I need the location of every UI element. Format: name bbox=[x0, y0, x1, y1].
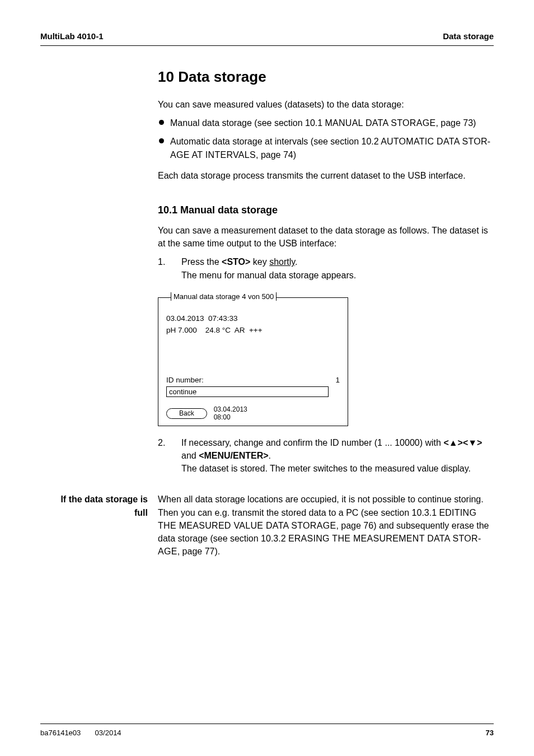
header-right: Data storage bbox=[443, 31, 494, 41]
device-footer-date: 03.04.2013 bbox=[214, 405, 247, 413]
bullet-1-pre: Manual data storage (see section 10.1 M bbox=[170, 118, 332, 128]
step-2: 2. If necessary, change and confirm the … bbox=[158, 436, 494, 475]
header-left: MultiLab 4010-1 bbox=[40, 31, 104, 41]
header-rule bbox=[40, 45, 494, 46]
side-note-label-l1: If the data storage is bbox=[60, 494, 148, 504]
intro-text: You can save measured values (datasets) … bbox=[158, 98, 494, 111]
step-1-text-a: Press the bbox=[181, 257, 222, 267]
device-back-button: Back bbox=[166, 408, 207, 419]
step-2-number: 2. bbox=[158, 436, 181, 475]
step-1-text-e: . bbox=[295, 257, 297, 267]
device-screen: Manual data storage 4 von 500 03.04.2013… bbox=[158, 297, 348, 426]
bullet-list: Manual data storage (see section 10.1 MA… bbox=[158, 116, 494, 161]
side-note-body: When all data storage locations are occu… bbox=[158, 493, 494, 558]
step-1-underline: shortly bbox=[269, 257, 295, 267]
footer-rule bbox=[40, 724, 494, 724]
device-id-row: ID number: 1 bbox=[166, 376, 340, 384]
device-id-label: ID number: bbox=[166, 376, 204, 384]
footer-doc-date: 03/2014 bbox=[95, 729, 121, 737]
post-bullets-text: Each data storage process transmits the … bbox=[158, 169, 494, 182]
bullet-item-2: Automatic data storage at intervals (see… bbox=[158, 135, 494, 161]
bullet-1-post: , page 73) bbox=[435, 118, 476, 128]
side-body-a: When all data storage locations are occu… bbox=[158, 494, 484, 517]
side-note-label: If the data storage is full bbox=[40, 493, 158, 519]
step-2-text-c: and bbox=[181, 451, 199, 460]
step-2-keys: <▲><▼> bbox=[443, 438, 482, 447]
device-measurement: pH 7.000 24.8 °C AR +++ bbox=[166, 326, 263, 334]
device-id-value: 1 bbox=[335, 376, 340, 384]
bullet-2-pre: Automatic data storage at intervals (see… bbox=[170, 137, 387, 146]
page-title: 10 Data storage bbox=[158, 68, 494, 86]
device-title: Manual data storage 4 von 500 bbox=[171, 292, 277, 301]
side-body-c: , page 77). bbox=[177, 547, 221, 556]
device-footer: Back 03.04.2013 08:00 bbox=[166, 406, 340, 421]
bullet-2-post: , page 74) bbox=[256, 150, 296, 160]
step-1: 1. Press the <STO> key shortly. The menu… bbox=[158, 255, 494, 281]
bullet-item-1: Manual data storage (see section 10.1 MA… bbox=[158, 116, 494, 129]
device-footer-time: 08:00 bbox=[214, 413, 231, 421]
step-1-number: 1. bbox=[158, 255, 181, 281]
subsection-title: 10.1 Manual data storage bbox=[158, 204, 494, 216]
step-1-text-c: key bbox=[250, 257, 269, 267]
footer-page-number: 73 bbox=[486, 729, 494, 737]
page-footer: ba76141e03 03/2014 73 bbox=[40, 724, 494, 737]
step-1-key: <STO> bbox=[222, 257, 250, 267]
device-continue: continue bbox=[166, 386, 329, 397]
page-header: MultiLab 4010-1 Data storage bbox=[40, 31, 494, 41]
bullet-1-smallcaps: ANUAL DATA STORAGE bbox=[332, 118, 435, 128]
step-2-text-e: . bbox=[269, 451, 271, 460]
step-2-text-a: If necessary, change and confirm the ID … bbox=[181, 438, 443, 447]
footer-doc-id: ba76141e03 bbox=[40, 729, 81, 737]
side-note: If the data storage is full When all dat… bbox=[40, 493, 494, 558]
step-1-line2: The menu for manual data storage appears… bbox=[181, 270, 356, 280]
step-2-menu: <MENU/ENTER> bbox=[199, 451, 268, 460]
step-2-line2: The dataset is stored. The meter switche… bbox=[181, 464, 471, 473]
device-timestamp: 03.04.2013 07:43:33 bbox=[166, 314, 238, 323]
subsection-intro: You can save a measurement dataset to th… bbox=[158, 224, 494, 250]
side-note-label-l2: full bbox=[134, 508, 148, 517]
